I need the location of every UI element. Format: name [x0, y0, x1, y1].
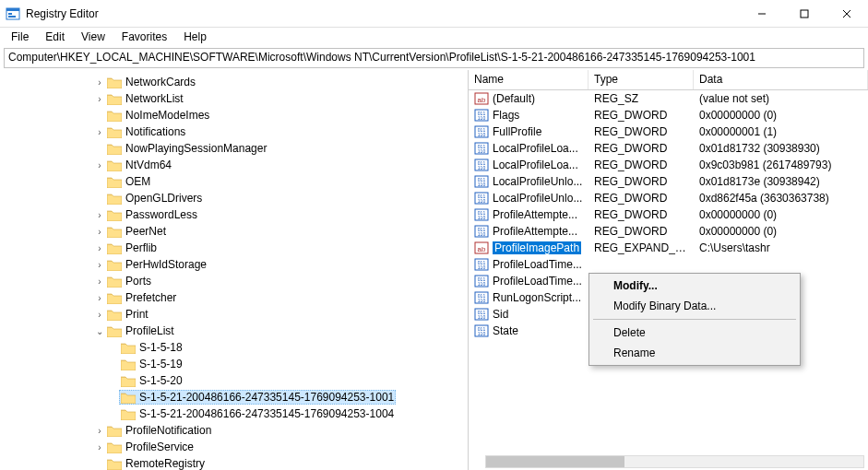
- value-data: (value not set): [694, 92, 868, 105]
- tree-item[interactable]: NoImeModeImes: [0, 107, 468, 123]
- value-type: REG_DWORD: [589, 109, 694, 122]
- value-name: LocalProfileUnlo...: [493, 175, 582, 188]
- list-row[interactable]: 011110ProfileAttempte...REG_DWORD0x00000…: [469, 206, 868, 223]
- tree-item[interactable]: NowPlayingSessionManager: [0, 140, 468, 157]
- values-pane[interactable]: Name Type Data ab(Default)REG_SZ(value n…: [469, 70, 868, 470]
- tree-item[interactable]: S-1-5-19: [0, 356, 468, 372]
- chevron-right-icon[interactable]: ›: [94, 260, 105, 270]
- list-header: Name Type Data: [469, 70, 868, 90]
- chevron-right-icon[interactable]: ›: [94, 210, 105, 220]
- chevron-right-icon[interactable]: ›: [94, 243, 105, 253]
- chevron-right-icon[interactable]: ›: [94, 160, 105, 170]
- minimize-button[interactable]: [741, 0, 783, 28]
- tree-item[interactable]: ›Prefetcher: [0, 289, 468, 306]
- binary-value-icon: 011110: [474, 323, 489, 338]
- value-type: REG_SZ: [589, 92, 694, 105]
- col-header-data[interactable]: Data: [694, 70, 868, 89]
- tree-item[interactable]: ›NtVdm64: [0, 157, 468, 173]
- value-name: LocalProfileLoa...: [493, 159, 578, 171]
- value-name: FullProfile: [493, 125, 541, 138]
- close-button[interactable]: [826, 0, 868, 28]
- menu-edit[interactable]: Edit: [38, 29, 72, 45]
- binary-value-icon: 011110: [474, 274, 489, 288]
- tree-item[interactable]: S-1-5-21-200486166-247335145-1769094253-…: [0, 389, 468, 405]
- tree-item[interactable]: ›Print: [0, 306, 468, 323]
- tree-item[interactable]: ›PeerNet: [0, 223, 468, 240]
- chevron-right-icon[interactable]: ›: [94, 426, 105, 436]
- chevron-right-icon[interactable]: ›: [94, 276, 105, 287]
- tree-item-label: S-1-5-21-200486166-247335145-1769094253-…: [139, 391, 394, 404]
- svg-rect-2: [8, 13, 12, 15]
- tree-item[interactable]: OEM: [0, 173, 468, 190]
- chevron-right-icon[interactable]: ›: [94, 127, 105, 137]
- tree-item[interactable]: OpenGLDrivers: [0, 190, 468, 206]
- menu-help[interactable]: Help: [176, 29, 214, 45]
- tree-item[interactable]: ›ProfileNotification: [0, 422, 468, 439]
- folder-icon: [107, 242, 122, 254]
- tree-item-label: ProfileNotification: [125, 424, 211, 437]
- folder-icon: [107, 76, 122, 88]
- col-header-name[interactable]: Name: [469, 70, 589, 89]
- binary-value-icon: 011110: [474, 257, 489, 272]
- tree-item[interactable]: RemoteRegistry: [0, 455, 468, 470]
- folder-icon: [121, 392, 136, 404]
- value-type: REG_DWORD: [589, 175, 694, 188]
- horizontal-scrollbar[interactable]: [485, 455, 864, 468]
- tree-item[interactable]: S-1-5-21-200486166-247335145-1769094253-…: [0, 405, 468, 422]
- folder-icon: [107, 193, 122, 205]
- chevron-right-icon[interactable]: ›: [94, 227, 105, 237]
- tree-item[interactable]: ›ProfileService: [0, 439, 468, 455]
- menu-file[interactable]: File: [4, 29, 36, 45]
- tree-item-label: PasswordLess: [125, 208, 197, 221]
- chevron-down-icon[interactable]: ⌄: [94, 326, 105, 336]
- tree-item[interactable]: ›Ports: [0, 273, 468, 289]
- context-menu-item[interactable]: Rename: [591, 343, 798, 363]
- context-menu-item[interactable]: Modify...: [591, 276, 798, 296]
- chevron-right-icon[interactable]: ›: [94, 442, 105, 452]
- chevron-right-icon[interactable]: ›: [94, 77, 105, 88]
- list-row[interactable]: 011110ProfileAttempte...REG_DWORD0x00000…: [469, 223, 868, 240]
- chevron-right-icon[interactable]: ›: [94, 94, 105, 104]
- list-row[interactable]: 011110LocalProfileUnlo...REG_DWORD0xd862…: [469, 190, 868, 206]
- tree-item[interactable]: S-1-5-18: [0, 339, 468, 356]
- list-row[interactable]: 011110FullProfileREG_DWORD0x00000001 (1): [469, 123, 868, 140]
- scrollbar-thumb[interactable]: [486, 456, 624, 467]
- folder-icon: [107, 176, 122, 188]
- list-row[interactable]: 011110FlagsREG_DWORD0x00000000 (0): [469, 107, 868, 123]
- list-row[interactable]: 011110LocalProfileLoa...REG_DWORD0x9c03b…: [469, 157, 868, 173]
- list-row[interactable]: 011110LocalProfileUnlo...REG_DWORD0x01d8…: [469, 173, 868, 190]
- folder-icon: [107, 309, 122, 321]
- chevron-right-icon[interactable]: ›: [94, 293, 105, 303]
- tree-item[interactable]: ›NetworkCards: [0, 74, 468, 90]
- binary-value-icon: 011110: [474, 191, 489, 206]
- menu-view[interactable]: View: [74, 29, 113, 45]
- tree-item[interactable]: ›Perflib: [0, 240, 468, 256]
- address-bar[interactable]: Computer\HKEY_LOCAL_MACHINE\SOFTWARE\Mic…: [4, 48, 864, 68]
- tree-item[interactable]: ›NetworkList: [0, 90, 468, 107]
- tree-item[interactable]: ›Notifications: [0, 123, 468, 140]
- menu-favorites[interactable]: Favorites: [114, 29, 174, 45]
- maximize-button[interactable]: [783, 0, 826, 28]
- chevron-right-icon[interactable]: ›: [94, 310, 105, 320]
- tree-item[interactable]: ›PasswordLess: [0, 206, 468, 223]
- col-header-type[interactable]: Type: [589, 70, 694, 89]
- svg-text:ab: ab: [478, 96, 486, 104]
- context-menu-item[interactable]: Delete: [591, 323, 798, 343]
- tree-item-label: S-1-5-18: [139, 341, 183, 354]
- context-menu-item[interactable]: Modify Binary Data...: [591, 296, 798, 316]
- list-row[interactable]: ab(Default)REG_SZ(value not set): [469, 90, 868, 107]
- folder-icon: [121, 408, 136, 420]
- tree-item[interactable]: ⌄ProfileList: [0, 323, 468, 339]
- tree-pane[interactable]: ›NetworkCards›NetworkListNoImeModeImes›N…: [0, 70, 469, 470]
- list-row[interactable]: abProfileImagePathREG_EXPAND_SZC:\Users\…: [469, 240, 868, 256]
- list-row[interactable]: 011110ProfileLoadTime...: [469, 256, 868, 273]
- binary-value-icon: 011110: [474, 141, 489, 156]
- tree-item-label: Perflib: [125, 241, 157, 254]
- binary-value-icon: 011110: [474, 174, 489, 189]
- list-row[interactable]: 011110LocalProfileLoa...REG_DWORD0x01d81…: [469, 140, 868, 157]
- tree-item-label: PerHwIdStorage: [125, 258, 207, 271]
- tree-item[interactable]: S-1-5-20: [0, 372, 468, 389]
- tree-item[interactable]: ›PerHwIdStorage: [0, 256, 468, 273]
- svg-text:110: 110: [478, 215, 486, 220]
- binary-value-icon: 011110: [474, 224, 489, 239]
